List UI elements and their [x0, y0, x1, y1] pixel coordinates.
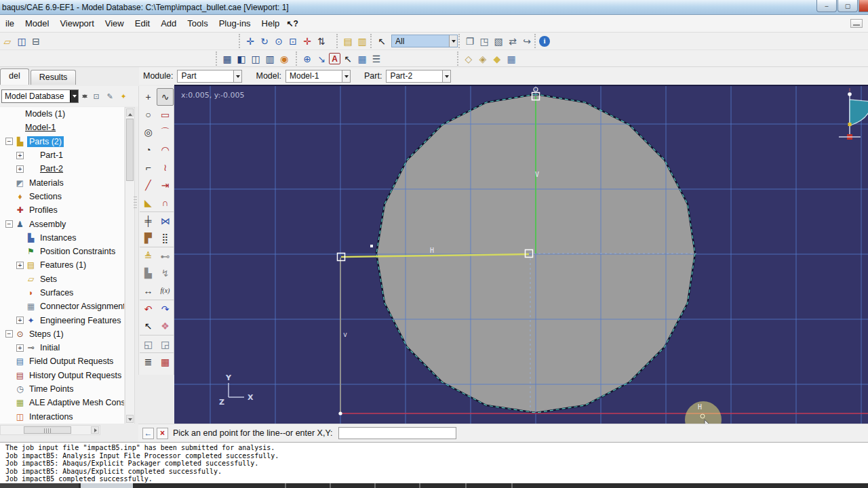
spotlight-icon[interactable]: ◉ [277, 52, 291, 66]
module-select[interactable]: Part [177, 70, 242, 83]
project-curve-tool[interactable]: ∩ [157, 194, 174, 211]
chevron-down-icon[interactable] [449, 35, 457, 47]
menu-item[interactable]: Add [155, 16, 182, 31]
zoom-box-icon[interactable]: ⊡ [286, 35, 300, 48]
tree-item[interactable]: ◫ Interactions [0, 410, 124, 424]
offset-tool[interactable]: ◣ [140, 194, 157, 211]
tree-expander[interactable]: − [5, 220, 13, 228]
prompt-back-button[interactable]: ← [142, 428, 154, 439]
tree-expander[interactable]: + [16, 344, 24, 352]
menu-item[interactable]: Plug-ins [214, 16, 256, 31]
chevron-down-icon[interactable] [233, 70, 241, 82]
construction-line-tool[interactable]: ╱ [140, 176, 157, 194]
query-icon[interactable]: ⊕ [300, 52, 314, 66]
chevron-down-icon[interactable] [442, 70, 450, 82]
menu-item[interactable]: Model [20, 16, 54, 31]
database-select[interactable]: Model Database [1, 89, 79, 103]
selection-cursor-icon[interactable]: ↖ [375, 35, 389, 48]
spline-tool[interactable]: ≀ [157, 159, 174, 176]
save-icon[interactable]: ◫ [15, 35, 28, 48]
fillet-arc-tool[interactable]: ⌒ [157, 123, 174, 141]
tree-item[interactable]: Model-1 [0, 121, 124, 134]
menu-item[interactable]: ile [0, 16, 20, 31]
arc-center-tool[interactable]: ◠ [157, 141, 174, 159]
scrollbar-thumb[interactable] [126, 119, 134, 181]
mesh-icon[interactable]: ▦ [505, 52, 518, 66]
viewport-tile-icon-2[interactable]: ◧ [235, 52, 248, 66]
add-sketch-tool[interactable]: ◲ [157, 335, 174, 352]
redo-tool[interactable]: ↷ [157, 300, 174, 317]
ladder-icon[interactable]: ▤ [341, 35, 355, 48]
tree-expander[interactable]: − [5, 330, 13, 338]
menu-item[interactable]: Help [256, 16, 285, 31]
tree-item[interactable]: ▤ Field Output Requests [0, 354, 124, 368]
options-list-icon[interactable]: ☰ [370, 52, 383, 66]
ellipse-tool[interactable]: ◎ [140, 123, 157, 141]
tree-expander[interactable]: + [16, 152, 24, 159]
rectangle-tool[interactable]: ▭ [157, 106, 174, 123]
annotate-icon[interactable]: A [329, 53, 340, 64]
select-tool[interactable]: ↖ [140, 317, 157, 335]
sketch-block-tool[interactable]: ▛ [140, 229, 157, 247]
views-cube-icon[interactable]: ◳ [477, 35, 491, 48]
edit-dimension-tool[interactable]: ⊷ [157, 247, 174, 264]
save-sketch-tool[interactable]: ◱ [140, 335, 157, 352]
tree-item[interactable]: + ✦ Engineering Features [0, 313, 124, 327]
viewport-tile-icon-3[interactable]: ◫ [249, 52, 262, 66]
tree-item[interactable]: ◗ Surfaces [0, 286, 124, 300]
delete-tool[interactable]: ❖ [157, 317, 174, 335]
promote-icon[interactable]: ⊡ [91, 91, 102, 102]
corner-tool[interactable]: ⌐ [140, 159, 157, 176]
panel-tab[interactable]: del [0, 68, 29, 85]
dimension-tool[interactable]: ↔ [140, 282, 157, 300]
scroll-right-icon[interactable] [91, 426, 99, 434]
wireframe-icon[interactable]: ◇ [462, 52, 475, 66]
layers-icon[interactable]: ❐ [463, 35, 477, 48]
tree-expander[interactable]: − [5, 138, 13, 145]
viewport-tile-icon-1[interactable]: ▦ [220, 52, 234, 66]
prompt-cancel-button[interactable]: × [157, 428, 168, 439]
tree-expander[interactable]: + [16, 165, 24, 173]
ramp-icon[interactable]: ▥ [355, 35, 369, 48]
undo-tool[interactable]: ↶ [140, 300, 157, 317]
viewport-restore-icon[interactable] [850, 19, 863, 28]
chevron-down-icon[interactable] [70, 90, 78, 102]
fit-view-icon[interactable]: ✛ [300, 35, 314, 48]
probe-icon[interactable]: ↘ [315, 52, 328, 66]
scroll-down-icon[interactable] [126, 415, 134, 423]
scrollbar-thumb[interactable] [24, 426, 71, 434]
swap-icon[interactable]: ⇄ [506, 35, 519, 48]
hidden-line-icon[interactable]: ◈ [476, 52, 490, 66]
sketch-endpoint-dot[interactable] [338, 411, 342, 415]
tree-item[interactable]: + ⊸ Initial [0, 341, 124, 354]
tree-item[interactable]: − ♟ Assembly [0, 217, 124, 230]
tree-item[interactable]: ▦ Connector Assignments [0, 300, 124, 313]
context-help-cursor-icon[interactable]: ↖? [286, 19, 298, 28]
close-button[interactable] [859, 0, 868, 12]
drag-entity-tool[interactable]: ▙ [140, 264, 157, 282]
tree-item[interactable]: ♦ Sections [0, 190, 124, 203]
info-icon[interactable]: i [539, 36, 550, 47]
edit-icon[interactable]: ✎ [104, 91, 115, 102]
menu-item[interactable]: Edit [130, 16, 155, 31]
tree-item[interactable]: ▱ Sets [0, 272, 124, 286]
tree-item[interactable]: + ▤ Features (1) [0, 258, 124, 272]
spinner-icon[interactable] [81, 91, 88, 102]
image-icon[interactable]: ▦ [355, 52, 369, 66]
tree-item[interactable]: ▤ History Output Requests [0, 369, 124, 382]
prompt-input[interactable] [338, 427, 456, 439]
curve-arrow-icon[interactable]: ↪ [520, 35, 534, 48]
open-icon[interactable]: ▱ [1, 35, 14, 48]
mirror-tool[interactable]: ⋈ [157, 211, 174, 229]
grid-options-tool[interactable]: ▦ [157, 352, 174, 370]
viewport-tile-icon-4[interactable]: ▥ [263, 52, 277, 66]
dashed-box-icon[interactable]: ▧ [492, 35, 505, 48]
tree-item[interactable]: + Part-1 [0, 148, 124, 162]
sketcher-options-tool[interactable]: ≣ [140, 352, 157, 370]
line-tool[interactable]: ∿ [157, 88, 174, 106]
panel-splitter-grip[interactable] [134, 197, 137, 210]
tree-item[interactable]: ✚ Profiles [0, 203, 124, 217]
tree-item[interactable]: + Part-2 [0, 162, 124, 176]
part-select[interactable]: Part-2 [386, 70, 451, 83]
magnify-icon[interactable]: ⊙ [272, 35, 285, 48]
